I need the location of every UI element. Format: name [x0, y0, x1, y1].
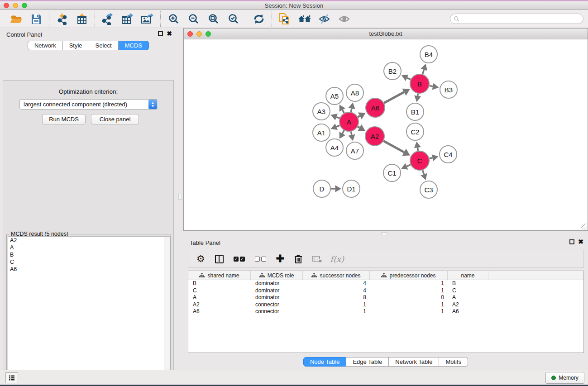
import-network-icon[interactable]: [55, 12, 69, 26]
graph-node-D[interactable]: D: [313, 180, 330, 197]
tab-node-table[interactable]: Node Table: [303, 357, 347, 367]
zoom-in-icon[interactable]: [167, 12, 180, 26]
tab-mcds[interactable]: MCDS: [119, 41, 149, 50]
delete-icon[interactable]: [294, 254, 302, 264]
result-list-item[interactable]: C: [8, 258, 170, 266]
add-icon[interactable]: ✚: [276, 254, 284, 263]
open-icon[interactable]: [10, 12, 23, 26]
tab-style[interactable]: Style: [63, 41, 89, 50]
float-panel-icon[interactable]: [158, 31, 163, 36]
table-cell[interactable]: A: [188, 294, 251, 301]
graph-node-C1[interactable]: C1: [383, 164, 401, 181]
tab-motifs[interactable]: Motifs: [439, 357, 468, 367]
divider-handle[interactable]: [381, 232, 387, 235]
export-network-icon[interactable]: [101, 12, 115, 26]
zoom-fit-icon[interactable]: [206, 12, 220, 26]
resize-grip-icon[interactable]: [581, 224, 587, 230]
table-cell[interactable]: connector: [251, 301, 303, 309]
zoom-selected-icon[interactable]: [226, 12, 240, 26]
graph-node-B4[interactable]: B4: [420, 46, 437, 63]
show-eye-icon[interactable]: [338, 12, 351, 26]
table-cell[interactable]: A2: [448, 301, 488, 309]
tab-network[interactable]: Network: [28, 41, 63, 50]
table-cell[interactable]: 1: [370, 301, 448, 309]
graph-node-A6[interactable]: A6: [366, 98, 385, 117]
graph-node-A[interactable]: A: [339, 112, 359, 131]
graph-node-A3[interactable]: A3: [313, 103, 330, 120]
vertical-split-divider[interactable]: [177, 28, 183, 370]
table-cell[interactable]: 1: [303, 301, 370, 309]
table-cell[interactable]: 4: [303, 280, 370, 287]
table-cell[interactable]: A2: [188, 301, 251, 309]
result-list-scrollbar[interactable]: [164, 237, 170, 386]
result-list-item[interactable]: B: [8, 251, 170, 258]
status-menu-button[interactable]: [5, 372, 18, 383]
memory-button[interactable]: Memory: [545, 372, 584, 384]
column-header-successor-nodes[interactable]: successor nodes: [303, 271, 370, 280]
graph-node-A5[interactable]: A5: [326, 87, 343, 105]
select-all-icon[interactable]: ✓✓: [234, 257, 245, 262]
close-panel-button[interactable]: Close panel: [91, 114, 139, 124]
divider-handle[interactable]: [178, 194, 182, 200]
import-table-icon[interactable]: [75, 12, 89, 26]
columns-icon[interactable]: [215, 255, 224, 263]
graph-node-C2[interactable]: C2: [406, 123, 424, 140]
close-panel-icon[interactable]: ✖: [578, 239, 583, 244]
result-list-item[interactable]: A2: [8, 237, 170, 244]
table-cell[interactable]: 8: [303, 294, 370, 301]
graph-node-A7[interactable]: A7: [346, 142, 363, 159]
gear-icon[interactable]: ⚙: [196, 254, 205, 263]
table-cell[interactable]: dominator: [251, 287, 303, 295]
table-cell[interactable]: dominator: [251, 280, 303, 287]
deselect-all-icon[interactable]: [255, 257, 266, 262]
graph-node-A8[interactable]: A8: [346, 84, 363, 101]
tab-network-table[interactable]: Network Table: [389, 357, 439, 367]
result-list-item[interactable]: A6: [8, 266, 170, 273]
graph-node-A2[interactable]: A2: [365, 127, 384, 146]
table-cell[interactable]: C: [188, 287, 251, 295]
table-cell[interactable]: B: [188, 280, 251, 287]
graph-node-D1[interactable]: D1: [343, 180, 360, 197]
table-row[interactable]: Cdominator41C: [188, 287, 583, 295]
table-cell[interactable]: A: [448, 294, 488, 301]
graph-node-C3[interactable]: C3: [420, 181, 437, 198]
table-cell[interactable]: A6: [448, 308, 488, 315]
duplicate-network-icon[interactable]: [278, 12, 292, 26]
criterion-dropdown[interactable]: largest connected component (directed) ▲…: [19, 99, 158, 110]
column-header-name[interactable]: name: [448, 271, 488, 280]
mcds-result-list[interactable]: A2ABCA6: [8, 236, 171, 386]
table-cell[interactable]: 1: [370, 287, 448, 295]
graph-node-B3[interactable]: B3: [440, 81, 457, 98]
network-window-titlebar[interactable]: testGlobe.txt: [184, 29, 588, 39]
result-list-item[interactable]: A: [8, 244, 170, 251]
network-canvas[interactable]: B4B2BB3A5A8A6B1A3AC2A1A2A4A7C4CC1C3DD1: [184, 40, 588, 230]
tab-edge-table[interactable]: Edge Table: [346, 357, 389, 367]
hide-eye-icon[interactable]: [318, 12, 331, 26]
home-icon[interactable]: [298, 12, 311, 26]
table-cell[interactable]: connector: [251, 308, 303, 315]
zoom-out-icon[interactable]: [186, 12, 200, 26]
graph-node-C[interactable]: C: [410, 151, 429, 170]
export-image-icon[interactable]: [141, 12, 154, 26]
delete-table-icon[interactable]: [312, 256, 320, 262]
column-header-shared-name[interactable]: shared name: [188, 271, 251, 280]
column-header-predecessor-nodes[interactable]: predecessor nodes: [370, 271, 448, 280]
function-icon[interactable]: f(x): [330, 254, 344, 264]
search-box[interactable]: [450, 14, 583, 24]
search-input[interactable]: [462, 15, 583, 23]
column-header-MCDS-role[interactable]: MCDS role: [251, 271, 303, 280]
table-cell[interactable]: A6: [188, 308, 251, 315]
graph-node-A4[interactable]: A4: [326, 139, 343, 156]
graph-node-A1[interactable]: A1: [313, 124, 330, 141]
table-row[interactable]: A2connector11A2: [188, 301, 583, 309]
table-cell[interactable]: 4: [303, 287, 370, 295]
table-cell[interactable]: 1: [303, 308, 370, 315]
table-cell[interactable]: dominator: [251, 294, 303, 301]
export-table-icon[interactable]: [121, 12, 134, 26]
tab-select[interactable]: Select: [89, 41, 119, 50]
graph-node-B[interactable]: B: [410, 74, 429, 93]
graph-node-C4[interactable]: C4: [440, 146, 457, 163]
horizontal-split-divider[interactable]: [183, 231, 588, 236]
graph-node-B2[interactable]: B2: [384, 62, 401, 80]
table-cell[interactable]: C: [448, 287, 488, 295]
